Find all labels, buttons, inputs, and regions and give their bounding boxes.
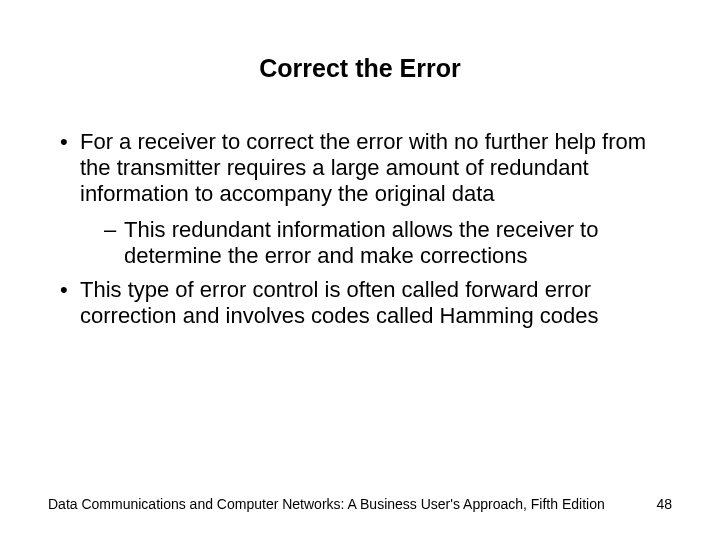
bullet-text: This type of error control is often call… <box>80 277 598 328</box>
sub-list: This redundant information allows the re… <box>80 217 672 269</box>
bullet-list: For a receiver to correct the error with… <box>48 129 672 329</box>
slide-title: Correct the Error <box>48 54 672 83</box>
slide-body: For a receiver to correct the error with… <box>48 129 672 329</box>
slide: Correct the Error For a receiver to corr… <box>0 0 720 540</box>
footer-source: Data Communications and Computer Network… <box>48 496 605 512</box>
bullet-text: This redundant information allows the re… <box>124 217 598 268</box>
bullet-text: For a receiver to correct the error with… <box>80 129 646 206</box>
footer-page-number: 48 <box>656 496 672 512</box>
list-item: This redundant information allows the re… <box>104 217 672 269</box>
list-item: For a receiver to correct the error with… <box>60 129 672 269</box>
slide-footer: Data Communications and Computer Network… <box>48 496 672 512</box>
list-item: This type of error control is often call… <box>60 277 672 329</box>
